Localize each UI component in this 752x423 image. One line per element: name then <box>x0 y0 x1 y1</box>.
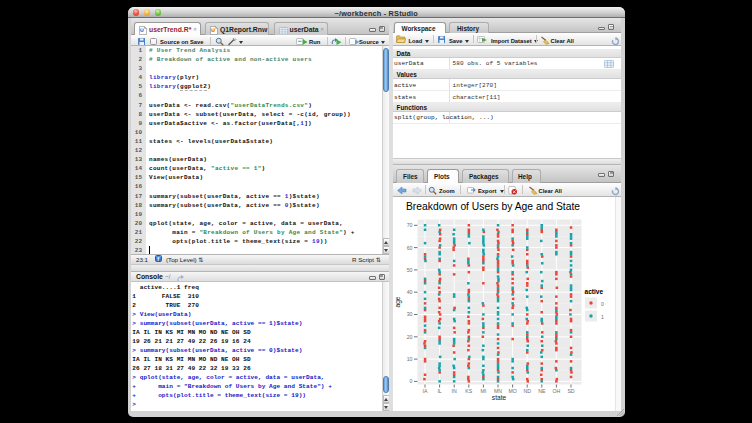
svg-text:active: active <box>585 288 604 295</box>
svg-text:60: 60 <box>407 245 413 251</box>
svg-text:Breakdown of Users by Age and: Breakdown of Users by Age and State <box>406 201 580 212</box>
svg-text:SD: SD <box>567 388 574 394</box>
svg-text:MN: MN <box>494 388 502 394</box>
svg-text:IA: IA <box>423 388 428 394</box>
svg-text:10: 10 <box>407 356 413 362</box>
svg-text:OH: OH <box>553 388 561 394</box>
svg-text:30: 30 <box>407 311 413 317</box>
svg-text:NE: NE <box>538 388 546 394</box>
svg-text:MO: MO <box>508 388 516 394</box>
svg-text:IN: IN <box>452 388 457 394</box>
svg-text:20: 20 <box>407 334 413 340</box>
svg-text:50: 50 <box>407 267 413 273</box>
svg-text:age: age <box>394 296 402 307</box>
svg-text:70: 70 <box>407 222 413 228</box>
svg-text:KS: KS <box>465 388 472 394</box>
svg-text:0: 0 <box>410 378 413 384</box>
svg-text:1: 1 <box>601 314 604 320</box>
svg-text:0: 0 <box>601 301 604 307</box>
svg-text:ND: ND <box>523 388 531 394</box>
svg-text:state: state <box>492 394 507 401</box>
svg-text:IL: IL <box>437 388 441 394</box>
svg-text:MI: MI <box>481 388 487 394</box>
svg-text:40: 40 <box>407 289 413 295</box>
